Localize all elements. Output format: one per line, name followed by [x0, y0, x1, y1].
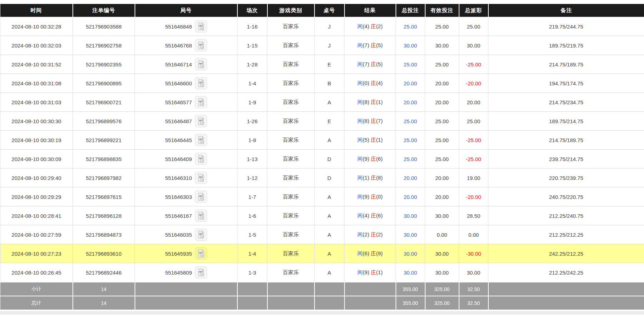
replay-button[interactable] — [195, 210, 207, 222]
total-bet-link[interactable]: 30.00 — [404, 42, 417, 49]
video-file-icon — [196, 249, 206, 258]
table-row[interactable]: 2024-08-10 00:31:08 521796900895 5516466… — [0, 74, 644, 93]
subtotal-count: 14 — [73, 282, 135, 296]
table-row[interactable]: 2024-08-10 00:32:03 521796902758 5516467… — [0, 36, 644, 55]
bet-records-table: 时间 注单编号 局号 场次 游戏类别 桌号 结果 总投注 有效投注 总派彩 备注… — [0, 4, 644, 310]
game-type-cell: 百家乐 — [267, 55, 315, 74]
total-bet-link[interactable]: 30.00 — [404, 232, 417, 238]
replay-button[interactable] — [195, 134, 207, 146]
video-file-icon — [196, 41, 206, 50]
total-bet-cell: 25.00 — [396, 112, 425, 131]
bet-id-cell: 521796892446 — [73, 263, 135, 282]
valid-bet-cell: 20.00 — [425, 169, 459, 187]
result-cell: 闲(7) 庄(5) — [344, 36, 396, 55]
table-row[interactable]: 2024-08-10 00:30:09 521796898835 5516464… — [0, 150, 644, 169]
total-bet-link[interactable]: 30.00 — [404, 213, 417, 219]
table-no-cell: A — [315, 93, 344, 112]
round-number: 551646577 — [165, 99, 192, 105]
col-header-remark: 备注 — [488, 4, 644, 17]
player-result: 闲 — [357, 99, 363, 105]
table-row[interactable]: 2024-08-10 00:28:41 521796896128 5516461… — [0, 206, 644, 225]
total-bet-cell: 25.00 — [396, 17, 425, 36]
total-bet-link[interactable]: 20.00 — [404, 99, 417, 105]
total-bet-link[interactable]: 25.00 — [404, 61, 417, 67]
table-row[interactable]: 2024-08-10 00:26:45 521796892446 5516458… — [0, 263, 644, 282]
total-bet-cell: 30.00 — [396, 206, 425, 225]
total-bet-link[interactable]: 20.00 — [404, 80, 417, 86]
table-row[interactable]: 2024-08-10 00:30:19 521796899221 5516464… — [0, 131, 644, 150]
video-file-icon — [196, 154, 206, 164]
player-result: 闲 — [357, 42, 363, 48]
total-bet-cell: 20.00 — [396, 93, 425, 112]
remark-cell: 220.75/239.75 — [488, 169, 644, 187]
round-cell: 551646487 — [135, 112, 237, 131]
total-bet-link[interactable]: 20.00 — [404, 175, 417, 181]
session-cell: 1-8 — [237, 131, 267, 150]
round-cell: 551646848 — [135, 17, 237, 36]
time-cell: 2024-08-10 00:31:52 — [0, 55, 73, 74]
player-result: 闲 — [357, 212, 363, 219]
table-row[interactable]: 2024-08-10 00:31:03 521796900721 5516465… — [0, 93, 644, 112]
round-cell: 551646577 — [135, 93, 237, 112]
round-cell: 551646303 — [135, 187, 237, 206]
col-header-bet-id: 注单编号 — [73, 4, 135, 17]
replay-button[interactable] — [195, 39, 207, 51]
banker-result: 庄 — [371, 175, 376, 181]
col-header-table-no: 桌号 — [315, 4, 344, 17]
replay-button[interactable] — [195, 266, 207, 279]
table-row[interactable]: 2024-08-10 00:27:59 521796894873 5516460… — [0, 225, 644, 244]
bet-id-cell: 521796897615 — [73, 187, 135, 206]
replay-button[interactable] — [195, 229, 207, 241]
round-number: 551646035 — [165, 232, 192, 238]
bet-id-cell: 521796902758 — [73, 36, 135, 55]
table-row[interactable]: 2024-08-10 00:30:30 521796899576 5516464… — [0, 112, 644, 131]
total-bet-link[interactable]: 30.00 — [404, 251, 417, 257]
table-row[interactable]: 2024-08-10 00:31:52 521796902355 5516467… — [0, 55, 644, 74]
total-valid-bet: 325.00 — [425, 296, 459, 310]
replay-button[interactable] — [195, 96, 207, 108]
replay-button[interactable] — [195, 58, 207, 70]
replay-button[interactable] — [195, 247, 207, 260]
video-file-icon — [196, 116, 206, 126]
remark-cell: 219.75/244.75 — [488, 17, 644, 36]
table-row[interactable]: 2024-08-10 00:29:40 521796897982 5516463… — [0, 169, 644, 187]
video-file-icon — [196, 211, 206, 220]
col-header-game-type: 游戏类别 — [267, 4, 315, 17]
total-bet-link[interactable]: 25.00 — [404, 137, 417, 143]
payout-cell: -30.00 — [459, 244, 488, 263]
round-cell: 551646445 — [135, 131, 237, 150]
banker-result: 庄 — [371, 61, 376, 67]
time-cell: 2024-08-10 00:32:28 — [0, 17, 73, 36]
total-bet-link[interactable]: 25.00 — [404, 118, 417, 124]
bet-id-cell: 521796902355 — [73, 55, 135, 74]
remark-cell: 189.75/219.75 — [488, 36, 644, 55]
table-row[interactable]: 2024-08-10 00:29:29 521796897615 5516463… — [0, 187, 644, 206]
replay-button[interactable] — [195, 77, 207, 89]
replay-button[interactable] — [195, 20, 207, 32]
total-bet-link[interactable]: 25.00 — [404, 156, 417, 162]
payout-cell: 20.00 — [459, 93, 488, 112]
time-cell: 2024-08-10 00:30:30 — [0, 112, 73, 131]
replay-button[interactable] — [195, 153, 207, 165]
table-row[interactable]: 2024-08-10 00:27:23 521796893610 5516459… — [0, 244, 644, 263]
time-cell: 2024-08-10 00:27:59 — [0, 225, 73, 244]
total-bet-link[interactable]: 20.00 — [404, 194, 417, 200]
round-cell: 551646167 — [135, 206, 237, 225]
total-bet-cell: 20.00 — [396, 169, 425, 187]
round-cell: 551646714 — [135, 55, 237, 74]
banker-result: 庄 — [371, 99, 376, 105]
table-row[interactable]: 2024-08-10 00:32:28 521796903588 5516468… — [0, 17, 644, 36]
result-cell: 闲(9) 庄(0) — [344, 187, 396, 206]
replay-button[interactable] — [195, 115, 207, 127]
total-bet-link[interactable]: 25.00 — [404, 24, 417, 30]
total-bet-link[interactable]: 30.00 — [404, 270, 417, 276]
replay-button[interactable] — [195, 172, 207, 184]
round-number: 551646409 — [165, 156, 192, 162]
payout-cell: -25.00 — [459, 150, 488, 169]
session-cell: 1-4 — [237, 244, 267, 263]
replay-button[interactable] — [195, 191, 207, 203]
game-type-cell: 百家乐 — [267, 36, 315, 55]
round-number: 551645809 — [165, 270, 192, 276]
video-file-icon — [196, 22, 206, 31]
total-bet-cell: 25.00 — [396, 150, 425, 169]
